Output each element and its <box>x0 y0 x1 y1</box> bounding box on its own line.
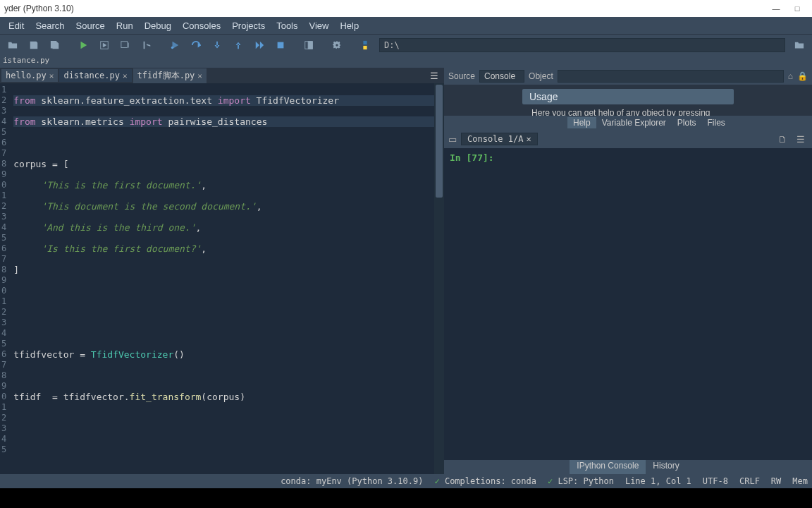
editor-tab-strip: hello.py ✕ distance.py ✕ tfidf脚本.py ✕ ☰ <box>0 68 444 83</box>
continue-icon[interactable] <box>250 37 269 54</box>
object-input[interactable] <box>558 70 784 83</box>
editor-pane: hello.py ✕ distance.py ✕ tfidf脚本.py ✕ ☰ … <box>0 68 444 474</box>
check-icon: ✓ <box>434 476 439 486</box>
menu-edit[interactable]: Edit <box>3 19 30 32</box>
file-tab-hello[interactable]: hello.py ✕ <box>1 69 58 82</box>
svg-rect-3 <box>278 42 284 48</box>
menu-run[interactable]: Run <box>111 19 139 32</box>
remove-icon[interactable]: 🗋 <box>775 134 789 145</box>
source-dropdown[interactable]: Console <box>479 70 524 83</box>
right-pane: Source Console Object ⌂ 🔒 Usage Here you… <box>444 68 812 474</box>
maximize-pane-icon[interactable] <box>299 37 319 54</box>
help-text: Here you can get help of any object by p… <box>444 108 710 116</box>
close-icon[interactable]: ✕ <box>526 134 531 144</box>
close-icon[interactable]: ✕ <box>197 71 202 80</box>
run-cell-advance-icon[interactable] <box>116 37 135 54</box>
console-options-icon[interactable]: ☰ <box>794 134 808 145</box>
browse-kernel-icon[interactable]: ▭ <box>448 134 457 145</box>
svg-point-6 <box>336 44 338 47</box>
scrollbar-thumb[interactable] <box>436 85 443 198</box>
tab-files[interactable]: Files <box>702 117 731 128</box>
menu-tools[interactable]: Tools <box>271 19 303 32</box>
console-tab-label: Console 1/A <box>467 134 523 144</box>
file-tab-tfidf[interactable]: tfidf脚本.py ✕ <box>133 68 207 83</box>
code-editor[interactable]: 12345678901234567890123456789012345 from… <box>0 83 444 474</box>
object-label: Object <box>529 71 553 81</box>
svg-rect-5 <box>308 41 312 49</box>
console-prompt: In [77]: <box>450 152 494 163</box>
menu-help[interactable]: Help <box>334 19 364 32</box>
lock-icon[interactable]: 🔒 <box>797 71 808 81</box>
working-directory-input[interactable]: D:\ <box>379 38 785 52</box>
console-tabstrip: ▭ Console 1/A ✕ 🗋 ☰ <box>444 130 812 148</box>
tab-label: hello.py <box>6 71 47 80</box>
tab-variable-explorer[interactable]: Variable Explorer <box>596 117 672 128</box>
run-selection-icon[interactable] <box>137 37 156 54</box>
step-out-icon[interactable] <box>228 37 248 54</box>
svg-rect-1 <box>121 41 128 47</box>
run-cell-icon[interactable] <box>94 37 114 54</box>
titlebar: yder (Python 3.10) — □ <box>0 0 812 17</box>
tab-history[interactable]: History <box>646 460 686 474</box>
status-eol[interactable]: CRLF <box>739 476 760 486</box>
close-icon[interactable]: ✕ <box>49 71 54 80</box>
status-rw[interactable]: RW <box>771 476 781 486</box>
tab-label: distance.py <box>63 71 119 80</box>
window-title: yder (Python 3.10) <box>4 4 74 13</box>
source-label: Source <box>448 71 475 81</box>
status-conda[interactable]: conda: myEnv (Python 3.10.9) <box>281 476 423 486</box>
menu-source[interactable]: Source <box>70 19 111 32</box>
save-icon[interactable] <box>24 37 44 54</box>
editor-scrollbar[interactable] <box>434 83 444 474</box>
stop-debug-icon[interactable] <box>271 37 290 54</box>
line-number-gutter: 12345678901234567890123456789012345 <box>0 83 11 474</box>
minimize-button[interactable]: — <box>765 4 787 13</box>
step-into-icon[interactable] <box>207 37 227 54</box>
console-body[interactable]: In [77]: <box>444 148 812 460</box>
browse-directory-icon[interactable] <box>789 37 809 54</box>
menu-view[interactable]: View <box>304 19 335 32</box>
status-lsp[interactable]: LSP: Python <box>558 476 613 486</box>
file-tab-distance[interactable]: distance.py ✕ <box>59 69 131 82</box>
help-body: Usage Here you can get help of any objec… <box>444 85 812 116</box>
status-encoding[interactable]: UTF-8 <box>703 476 728 486</box>
menu-search[interactable]: Search <box>30 19 70 32</box>
tab-label: tfidf脚本.py <box>137 70 195 82</box>
menu-consoles[interactable]: Consoles <box>177 19 226 32</box>
preferences-icon[interactable] <box>327 37 347 54</box>
run-file-icon[interactable] <box>73 37 93 54</box>
code-content[interactable]: from sklearn.feature_extraction.text imp… <box>11 83 444 474</box>
check-icon: ✓ <box>548 476 553 486</box>
open-folder-icon[interactable] <box>3 37 23 54</box>
home-icon[interactable]: ⌂ <box>788 71 793 81</box>
svg-point-2 <box>171 46 174 49</box>
tab-help[interactable]: Help <box>567 117 596 128</box>
status-mem[interactable]: Mem <box>792 476 808 486</box>
help-pane-tabs: Help Variable Explorer Plots Files <box>444 116 812 130</box>
menubar: Edit Search Source Run Debug Consoles Pr… <box>0 17 812 34</box>
menu-projects[interactable]: Projects <box>226 19 271 32</box>
debug-file-icon[interactable] <box>165 37 185 54</box>
tab-plots[interactable]: Plots <box>672 117 702 128</box>
status-completions[interactable]: Completions: conda <box>445 476 536 486</box>
maximize-button[interactable]: □ <box>787 4 808 13</box>
statusbar: conda: myEnv (Python 3.10.9) ✓ Completio… <box>0 474 812 488</box>
file-breadcrumb: istance.py <box>0 55 812 68</box>
step-over-icon[interactable] <box>186 37 206 54</box>
help-header: Source Console Object ⌂ 🔒 <box>444 68 812 85</box>
toolbar: D:\ <box>0 34 812 55</box>
save-all-icon[interactable] <box>45 37 65 54</box>
usage-heading: Usage <box>522 89 734 104</box>
console-tab[interactable]: Console 1/A ✕ <box>461 133 538 145</box>
python-path-icon[interactable] <box>355 37 375 54</box>
tab-ipython-console[interactable]: IPython Console <box>570 460 646 474</box>
console-bottom-tabs: IPython Console History <box>444 460 812 474</box>
close-icon[interactable]: ✕ <box>123 71 128 80</box>
status-cursor[interactable]: Line 1, Col 1 <box>625 476 691 486</box>
console-area: ▭ Console 1/A ✕ 🗋 ☰ In [77]: IPython Con… <box>444 130 812 474</box>
editor-options-icon[interactable]: ☰ <box>430 71 444 81</box>
menu-debug[interactable]: Debug <box>139 19 177 32</box>
